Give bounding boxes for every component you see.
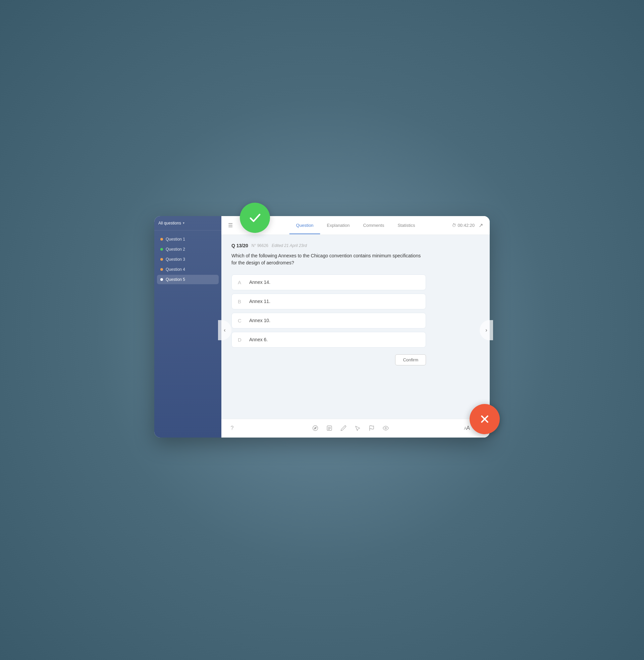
- sidebar-header[interactable]: All questions ▾: [154, 216, 221, 230]
- answer-text-a: Annex 14.: [249, 279, 270, 285]
- status-dot: [160, 268, 163, 271]
- sidebar-item-q3[interactable]: Question 3: [157, 255, 219, 264]
- tab-comments[interactable]: Comments: [356, 217, 391, 234]
- sidebar: All questions ▾ Question 1 Question 2 Qu…: [154, 216, 221, 437]
- confirm-area: Confirm: [231, 354, 426, 365]
- nav-right-controls: ⏱ 00:42:20 ↗: [452, 222, 483, 228]
- compass-icon[interactable]: [310, 424, 320, 433]
- answer-letter-c: C: [238, 318, 244, 323]
- sidebar-item-label: Question 2: [166, 247, 185, 252]
- status-dot: [160, 278, 163, 281]
- clock-icon: ⏱: [452, 223, 456, 228]
- success-indicator: [240, 203, 270, 233]
- answer-text-c: Annex 10.: [249, 318, 270, 323]
- answer-letter-d: D: [238, 337, 244, 343]
- flag-icon[interactable]: [367, 424, 376, 433]
- sidebar-item-q1[interactable]: Question 1: [157, 234, 219, 244]
- menu-icon[interactable]: ☰: [228, 222, 233, 228]
- pointer-icon[interactable]: [353, 424, 362, 433]
- question-content: Q 13/20 N° 96626 Edited 21 April 23rd Wh…: [221, 235, 490, 419]
- dropdown-label: All questions: [158, 221, 181, 226]
- toolbar-left: ?: [227, 424, 237, 433]
- question-list: Question 1 Question 2 Question 3 Questio…: [154, 230, 221, 288]
- answer-letter-b: B: [238, 299, 244, 304]
- answer-options: A Annex 14. B Annex 11. C Annex 10. D An…: [231, 274, 480, 348]
- question-edited: Edited 21 April 23rd: [272, 243, 307, 248]
- sidebar-item-q2[interactable]: Question 2: [157, 245, 219, 254]
- quiz-scene: ‹ All questions ▾ Question 1 Question 2: [154, 216, 490, 444]
- answer-option-a[interactable]: A Annex 14.: [231, 274, 426, 290]
- answer-text-b: Annex 11.: [249, 299, 270, 304]
- sidebar-item-label: Question 3: [166, 257, 185, 262]
- status-dot: [160, 258, 163, 261]
- bottom-toolbar: ?: [221, 419, 490, 437]
- sidebar-item-label: Question 1: [166, 237, 185, 242]
- error-indicator: [469, 404, 500, 434]
- status-dot: [160, 248, 163, 251]
- confirm-button[interactable]: Confirm: [395, 354, 426, 365]
- answer-option-c[interactable]: C Annex 10.: [231, 313, 426, 328]
- chevron-down-icon: ▾: [183, 221, 184, 225]
- tab-question[interactable]: Question: [290, 217, 320, 234]
- export-icon[interactable]: ↗: [479, 222, 483, 228]
- eye-icon[interactable]: [381, 424, 390, 433]
- list-icon[interactable]: [325, 424, 334, 433]
- answer-option-d[interactable]: D Annex 6.: [231, 332, 426, 348]
- question-text: Which of the following Annexes to the Ch…: [231, 252, 426, 267]
- main-content: ☰ Question Explanation Comments Statisti…: [221, 216, 490, 437]
- sidebar-item-q4[interactable]: Question 4: [157, 265, 219, 274]
- questions-dropdown[interactable]: All questions ▾: [158, 221, 184, 226]
- question-meta: Q 13/20 N° 96626 Edited 21 April 23rd: [231, 243, 480, 248]
- timer-value: 00:42:20: [458, 223, 475, 228]
- svg-marker-1: [314, 427, 316, 429]
- status-dot: [160, 238, 163, 241]
- sidebar-item-label: Question 4: [166, 267, 185, 272]
- help-button[interactable]: ?: [227, 424, 237, 433]
- svg-rect-2: [327, 426, 332, 431]
- answer-option-b[interactable]: B Annex 11.: [231, 294, 426, 310]
- answer-text-d: Annex 6.: [249, 337, 268, 342]
- tab-explanation[interactable]: Explanation: [320, 217, 356, 234]
- nav-left-controls: ☰: [228, 222, 233, 228]
- question-id: N° 96626: [252, 243, 268, 248]
- sidebar-item-label: Question 5: [166, 277, 185, 282]
- answer-letter-a: A: [238, 279, 244, 285]
- toolbar-center: [310, 424, 390, 433]
- quiz-card: All questions ▾ Question 1 Question 2 Qu…: [154, 216, 490, 437]
- tab-statistics[interactable]: Statistics: [391, 217, 422, 234]
- question-number: Q 13/20: [231, 243, 248, 248]
- text-size-button[interactable]: AA: [464, 425, 469, 431]
- sidebar-item-q5[interactable]: Question 5: [157, 275, 219, 284]
- svg-point-7: [385, 428, 386, 429]
- timer-display: ⏱ 00:42:20: [452, 223, 475, 228]
- pen-icon[interactable]: [339, 424, 348, 433]
